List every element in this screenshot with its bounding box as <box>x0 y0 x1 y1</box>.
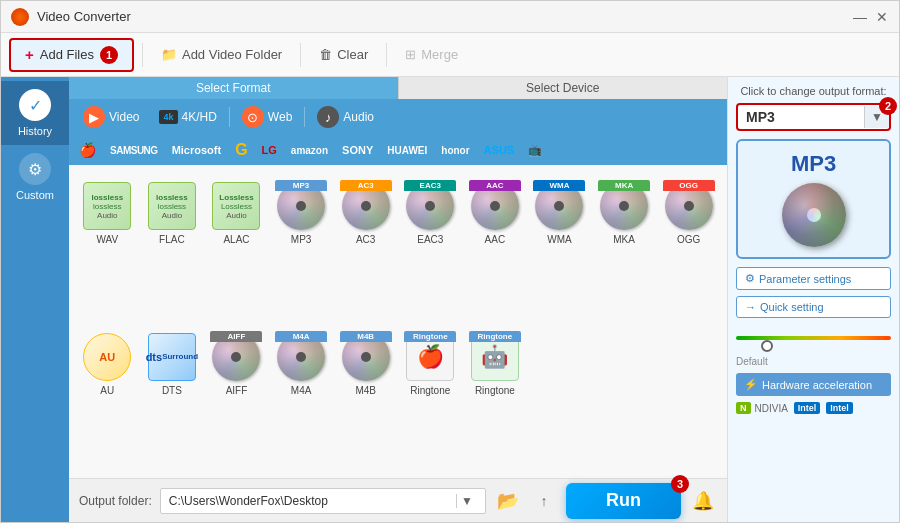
audio-icon: ♪ <box>317 106 339 128</box>
hardware-acceleration-button[interactable]: ⚡ Hardware acceleration <box>736 373 891 396</box>
close-button[interactable]: ✕ <box>875 10 889 24</box>
format-name-ogg: OGG <box>677 234 700 245</box>
format-cell-wav[interactable]: lossless lossless Audio WAV <box>77 173 138 320</box>
samsung-device-btn[interactable]: SAMSUNG <box>106 143 162 158</box>
format-cell-aac[interactable]: AAC AAC <box>465 173 526 320</box>
toolbar-separator-2 <box>300 43 301 67</box>
browse-folder-button[interactable]: 📂 <box>494 487 522 515</box>
format-selector[interactable]: 2 MP3 AAC FLAC WAV ▼ <box>736 103 891 131</box>
trash-icon: 🗑 <box>319 47 332 62</box>
format-cell-mka[interactable]: MKA MKA <box>594 173 655 320</box>
format-header: Select Format Select Device <box>69 77 727 99</box>
video-format-btn[interactable]: ▶ Video <box>75 103 147 131</box>
audio-label: Audio <box>343 110 374 124</box>
audio-format-btn[interactable]: ♪ Audio <box>309 103 382 131</box>
format-cell-ringtone-apple[interactable]: Ringtone 🍎 Ringtone <box>400 324 461 471</box>
select-format-tab[interactable]: Select Format <box>69 77 399 99</box>
hw-accel-label: Hardware acceleration <box>762 379 872 391</box>
huawei-device-btn[interactable]: HUAWEI <box>383 143 431 158</box>
sidebar-item-custom[interactable]: ⚙ Custom <box>1 145 69 209</box>
format-cell-dts[interactable]: dtsSurround DTS <box>142 324 203 471</box>
sidebar-custom-label: Custom <box>16 189 54 201</box>
format-cell-ogg[interactable]: OGG OGG <box>658 173 719 320</box>
format-cell-m4b[interactable]: M4B M4B <box>335 324 396 471</box>
custom-icon: ⚙ <box>19 153 51 185</box>
app-window: Video Converter — ✕ + Add Files 1 📁 Add … <box>0 0 900 523</box>
select-device-tab[interactable]: Select Device <box>399 77 728 99</box>
format-cell-au[interactable]: AU AU <box>77 324 138 471</box>
format-cell-ringtone-android[interactable]: Ringtone 🤖 Ringtone <box>465 324 526 471</box>
format-select-dropdown[interactable]: MP3 AAC FLAC WAV <box>738 105 864 129</box>
format-cell-wma[interactable]: WMA WMA <box>529 173 590 320</box>
share-button[interactable]: ↑ <box>530 487 558 515</box>
hd-format-btn[interactable]: 4k 4K/HD <box>151 107 224 127</box>
format-name-m4a: M4A <box>291 385 312 396</box>
alarm-button[interactable]: 🔔 <box>689 487 717 515</box>
add-video-folder-label: Add Video Folder <box>182 47 282 62</box>
main-content: ✓ History ⚙ Custom Select Format Select … <box>1 77 899 522</box>
intel-badge-2: Intel <box>826 402 853 414</box>
quick-setting-button[interactable]: → Quick setting <box>736 296 891 318</box>
format-cell-alac[interactable]: Lossless Lossless Audio ALAC <box>206 173 267 320</box>
output-path-field[interactable]: C:\Users\WonderFox\Desktop ▼ <box>160 488 486 514</box>
tv-device-btn[interactable]: 📺 <box>524 142 546 159</box>
web-icon: ⊙ <box>242 106 264 128</box>
title-bar: Video Converter — ✕ <box>1 1 899 33</box>
clear-button[interactable]: 🗑 Clear <box>309 41 378 68</box>
sidebar-item-history[interactable]: ✓ History <box>1 81 69 145</box>
format-cell-flac[interactable]: lossless lossless Audio FLAC <box>142 173 203 320</box>
folder-video-icon: 📁 <box>161 47 177 62</box>
merge-button[interactable]: ⊞ Merge <box>395 41 468 68</box>
add-files-button[interactable]: + Add Files 1 <box>9 38 134 72</box>
sidebar: ✓ History ⚙ Custom <box>1 77 69 522</box>
apple-device-btn[interactable]: 🍎 <box>75 140 100 160</box>
format-name-aac: AAC <box>485 234 506 245</box>
mp3-format-label: MP3 <box>791 151 836 177</box>
badge-1: 1 <box>100 46 118 64</box>
hw-icon: ⚡ <box>744 378 758 391</box>
format-cell-eac3[interactable]: EAC3 EAC3 <box>400 173 461 320</box>
intel-badge-1: Intel <box>794 402 821 414</box>
run-label: Run <box>606 490 641 510</box>
right-panel: Click to change output format: 2 MP3 AAC… <box>727 77 899 522</box>
web-format-btn[interactable]: ⊙ Web <box>234 103 300 131</box>
lg-device-btn[interactable]: LG <box>258 142 281 158</box>
toolbar: + Add Files 1 📁 Add Video Folder 🗑 Clear… <box>1 33 899 77</box>
quick-icon: → <box>745 301 756 313</box>
minimize-button[interactable]: — <box>853 10 867 24</box>
quality-thumb[interactable] <box>761 340 773 352</box>
format-name-wma: WMA <box>547 234 571 245</box>
parameter-settings-button[interactable]: ⚙ Parameter settings <box>736 267 891 290</box>
asus-device-btn[interactable]: ASUS <box>480 142 519 158</box>
quality-track <box>736 336 891 340</box>
path-dropdown-arrow[interactable]: ▼ <box>456 494 477 508</box>
format-cell-aiff[interactable]: AIFF AIFF <box>206 324 267 471</box>
format-cell-m4a[interactable]: M4A M4A <box>271 324 332 471</box>
format-name-ac3: AC3 <box>356 234 375 245</box>
nvidia-label: NDIVIA <box>755 403 788 414</box>
mp3-disc-image <box>782 183 846 247</box>
format-cell-mp3[interactable]: MP3 MP3 <box>271 173 332 320</box>
add-video-folder-button[interactable]: 📁 Add Video Folder <box>151 41 292 68</box>
history-icon: ✓ <box>19 89 51 121</box>
toolbar-separator <box>142 43 143 67</box>
format-name-au: AU <box>100 385 114 396</box>
app-icon <box>11 8 29 26</box>
plus-icon: + <box>25 46 34 63</box>
format-name-m4b: M4B <box>355 385 376 396</box>
format-name-ringtone-android: Ringtone <box>475 385 515 396</box>
sony-device-btn[interactable]: SONY <box>338 142 377 158</box>
app-title: Video Converter <box>37 9 853 24</box>
amazon-device-btn[interactable]: amazon <box>287 143 332 158</box>
param-settings-label: Parameter settings <box>759 273 851 285</box>
format-name-wav: WAV <box>96 234 118 245</box>
format-name-mp3: MP3 <box>291 234 312 245</box>
microsoft-device-btn[interactable]: Microsoft <box>168 142 226 158</box>
google-device-btn[interactable]: G <box>231 139 251 161</box>
honor-device-btn[interactable]: honor <box>437 143 473 158</box>
format-cell-ac3[interactable]: AC3 AC3 <box>335 173 396 320</box>
gpu-vendor-row: N NDIVIA Intel Intel <box>736 402 891 414</box>
format-name-flac: FLAC <box>159 234 185 245</box>
run-button[interactable]: 3 Run <box>566 483 681 519</box>
window-controls: — ✕ <box>853 10 889 24</box>
